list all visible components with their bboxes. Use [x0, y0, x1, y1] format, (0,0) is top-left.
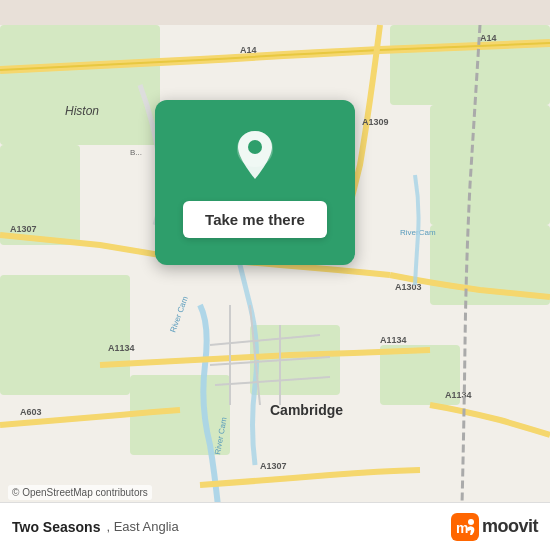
svg-text:A1309: A1309 — [362, 117, 389, 127]
svg-text:A1134: A1134 — [108, 343, 135, 353]
take-me-there-button[interactable]: Take me there — [183, 201, 327, 238]
svg-text:B...: B... — [130, 148, 142, 157]
svg-text:A1303: A1303 — [395, 282, 422, 292]
svg-text:Cambridge: Cambridge — [270, 402, 343, 418]
place-name: Two Seasons — [12, 519, 100, 535]
svg-rect-4 — [430, 105, 550, 225]
action-card: Take me there — [155, 100, 355, 265]
svg-text:A1307: A1307 — [10, 224, 37, 234]
svg-text:A1134: A1134 — [445, 390, 472, 400]
location-icon-wrapper — [230, 127, 280, 191]
bottom-bar: Two Seasons , East Anglia m moovit — [0, 502, 550, 550]
svg-text:A14: A14 — [480, 33, 497, 43]
bottom-place-info: Two Seasons , East Anglia — [12, 519, 179, 535]
svg-rect-6 — [0, 275, 130, 395]
svg-text:A1307: A1307 — [260, 461, 287, 471]
svg-point-37 — [468, 519, 474, 525]
svg-text:Histon: Histon — [65, 104, 99, 118]
moovit-brand-icon: m — [451, 513, 479, 541]
svg-rect-3 — [390, 25, 550, 105]
svg-text:A603: A603 — [20, 407, 42, 417]
svg-text:m: m — [456, 520, 468, 536]
map-attribution: © OpenStreetMap contributors — [8, 485, 152, 500]
place-region: , East Anglia — [106, 519, 178, 534]
svg-rect-1 — [0, 25, 160, 145]
map-background: A14 A14 A1309 B... A1307 A1134 A1134 A13… — [0, 0, 550, 550]
svg-text:A1134: A1134 — [380, 335, 407, 345]
svg-text:A14: A14 — [240, 45, 257, 55]
moovit-logo: m moovit — [451, 513, 538, 541]
moovit-text: moovit — [482, 516, 538, 537]
map-container: A14 A14 A1309 B... A1307 A1134 A1134 A13… — [0, 0, 550, 550]
svg-point-34 — [248, 140, 262, 154]
location-pin-icon — [230, 127, 280, 187]
